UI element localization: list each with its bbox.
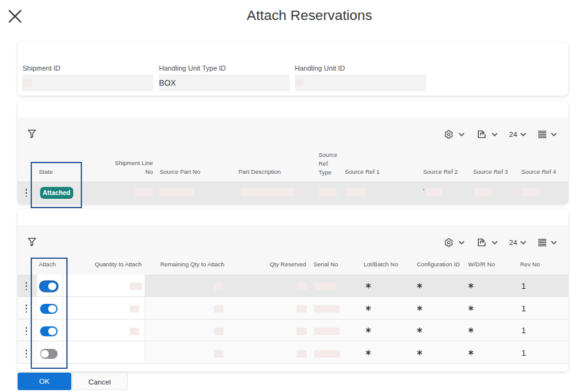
svg-text:24: 24 <box>509 239 518 246</box>
svg-text:24: 24 <box>509 131 518 138</box>
